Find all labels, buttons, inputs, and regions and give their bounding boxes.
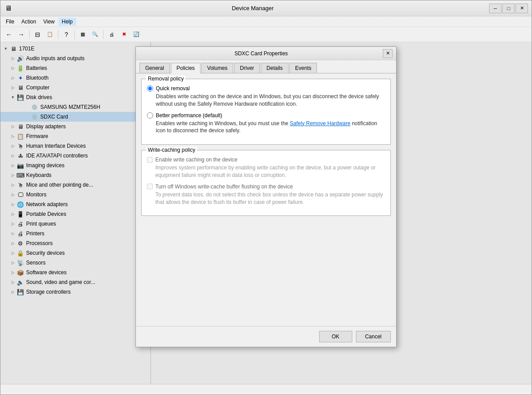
removal-policy-group: Removal policy Quick removal Disables wr… <box>141 79 391 145</box>
close-button[interactable]: ✕ <box>516 4 528 13</box>
enable-write-cache-desc: Improves system performance by enabling … <box>155 164 385 179</box>
tab-events[interactable]: Events <box>289 63 317 73</box>
better-performance-option: Better performance (default) Enables wri… <box>147 112 385 135</box>
toolbar-view[interactable]: ▦ <box>77 29 89 40</box>
quick-removal-label-row: Quick removal <box>147 85 385 92</box>
safely-remove-link[interactable]: Safely Remove Hardware <box>290 120 351 127</box>
buffer-flush-option: Turn off Windows write-cache buffer flus… <box>147 184 385 206</box>
removal-policy-title: Removal policy <box>146 76 185 82</box>
toolbar-properties[interactable]: 📋 <box>44 29 56 40</box>
tab-general[interactable]: General <box>139 63 170 73</box>
better-performance-desc: Enables write caching in Windows, but yo… <box>156 120 385 135</box>
better-performance-radio[interactable] <box>147 112 153 119</box>
dialog-title-bar: SDXC Card Properties ✕ <box>136 47 396 60</box>
menu-help[interactable]: Help <box>58 18 77 26</box>
app-icon: 🖥 <box>4 4 13 13</box>
quick-removal-option: Quick removal Disables write caching on … <box>147 85 385 108</box>
cancel-button[interactable]: Cancel <box>356 331 391 342</box>
quick-removal-title: Quick removal <box>156 85 190 92</box>
removal-policy-content: Quick removal Disables write caching on … <box>147 83 385 134</box>
toolbar-sep2 <box>58 30 58 39</box>
tab-policies[interactable]: Policies <box>171 63 200 73</box>
menu-action[interactable]: Action <box>18 18 39 26</box>
toolbar: ← → ⊟ 📋 ? ▦ 🔍 🖨 ✖ 🔄 <box>0 27 532 42</box>
minimize-button[interactable]: ─ <box>489 4 501 13</box>
toolbar-collapse[interactable]: ⊟ <box>32 29 43 40</box>
window-controls: ─ □ ✕ <box>489 4 528 13</box>
quick-removal-radio[interactable] <box>147 85 153 92</box>
toolbar-help[interactable]: ? <box>61 29 72 40</box>
maximize-button[interactable]: □ <box>502 4 515 13</box>
toolbar-sep1 <box>29 30 30 39</box>
tab-details[interactable]: Details <box>261 63 289 73</box>
status-bar <box>0 384 532 395</box>
buffer-flush-desc: To prevent data loss, do not select this… <box>155 191 385 206</box>
toolbar-forward[interactable]: → <box>15 29 27 40</box>
enable-write-cache-option: Enable write caching on the device Impro… <box>147 157 385 179</box>
main-window: 🖥 Device Manager ─ □ ✕ File Action View … <box>0 0 532 395</box>
better-performance-title: Better performance (default) <box>156 112 222 119</box>
enable-write-cache-label-row: Enable write caching on the device <box>147 157 385 163</box>
toolbar-refresh[interactable]: 🔄 <box>131 29 142 40</box>
menu-file[interactable]: File <box>2 18 18 26</box>
modal-overlay: SDXC Card Properties ✕ General Policies … <box>0 42 532 384</box>
toolbar-delete[interactable]: ✖ <box>118 29 130 40</box>
buffer-flush-checkbox[interactable] <box>147 184 153 189</box>
write-cache-title: Write-caching policy <box>146 147 197 153</box>
ok-button[interactable]: OK <box>319 331 352 342</box>
write-cache-content: Enable write caching on the device Impro… <box>147 154 385 206</box>
properties-dialog: SDXC Card Properties ✕ General Policies … <box>135 46 397 347</box>
better-performance-text-before: Enables write caching in Windows, but yo… <box>156 120 290 127</box>
dialog-close-button[interactable]: ✕ <box>383 49 393 58</box>
menu-bar: File Action View Help <box>0 16 532 27</box>
content-area: ▼ 🖥 1701E ▷ 🔊 Audio inputs and outputs ▷… <box>0 42 532 384</box>
dialog-footer: OK Cancel <box>136 326 396 347</box>
enable-write-cache-label: Enable write caching on the device <box>155 157 237 163</box>
tab-volumes[interactable]: Volumes <box>201 63 233 73</box>
toolbar-back[interactable]: ← <box>3 29 15 40</box>
toolbar-sep3 <box>74 30 75 39</box>
toolbar-search[interactable]: 🔍 <box>89 29 101 40</box>
write-cache-group: Write-caching policy Enable write cachin… <box>141 150 391 216</box>
title-bar: 🖥 Device Manager ─ □ ✕ <box>0 0 532 16</box>
menu-view[interactable]: View <box>40 18 58 26</box>
enable-write-cache-checkbox[interactable] <box>147 157 153 163</box>
buffer-flush-label: Turn off Windows write-cache buffer flus… <box>155 184 293 190</box>
quick-removal-desc: Disables write caching on the device and… <box>156 93 385 108</box>
dialog-tab-bar: General Policies Volumes Driver Details … <box>136 60 396 73</box>
dialog-content: Removal policy Quick removal Disables wr… <box>136 73 396 326</box>
toolbar-print[interactable]: 🖨 <box>106 29 117 40</box>
buffer-flush-label-row: Turn off Windows write-cache buffer flus… <box>147 184 385 190</box>
window-title: Device Manager <box>16 5 489 12</box>
better-performance-label-row: Better performance (default) <box>147 112 385 119</box>
tab-driver[interactable]: Driver <box>234 63 260 73</box>
dialog-title: SDXC Card Properties <box>139 50 383 57</box>
toolbar-sep4 <box>103 30 104 39</box>
